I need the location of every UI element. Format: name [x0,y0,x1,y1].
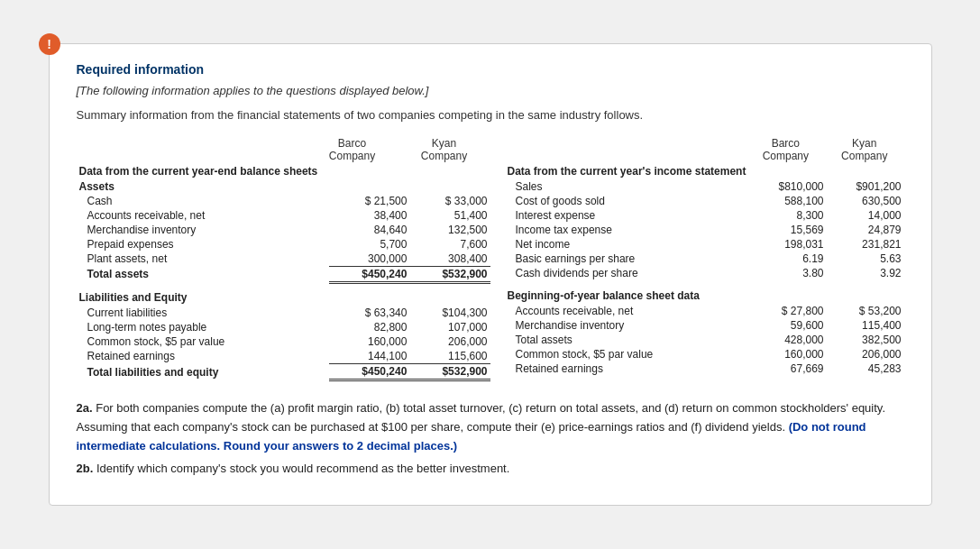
left-barco-company-header: BarcoCompany [307,136,398,163]
alert-icon: ! [39,33,60,55]
right-row-netincome-label: Net income [505,237,749,252]
right-row-begin-merch-kyan: 115,400 [827,318,904,333]
left-kyan-company-header: KyanCompany [398,136,490,163]
right-row-div-barco: 3.80 [749,266,827,280]
left-row-plant-label: Plant assets, net [77,252,330,267]
left-section1-title: Data from the current year-end balance s… [77,163,490,179]
main-card: ! Required information [The following in… [49,43,932,507]
right-row-cogs-kyan: 630,500 [827,194,904,208]
left-table-cell: BarcoCompany KyanCompany [77,136,490,382]
right-row-begin-commonstock-label: Common stock, $5 par value [505,347,749,361]
left-row-cash-barco: $ 21,500 [329,194,409,208]
question-2a: 2a. For both companies compute the (a) p… [77,399,904,455]
left-row-commonstock-kyan: 206,000 [409,334,490,349]
right-row-begin-retained-label: Retained earnings [505,361,749,376]
left-row-ar-barco: 38,400 [329,208,409,223]
right-row-begin-commonstock-kyan: 206,000 [827,347,904,361]
left-row-cash-label: Cash [77,194,330,208]
left-row-prepaid-label: Prepaid expenses [77,237,330,252]
left-row-prepaid-barco: 5,700 [329,237,409,252]
right-table-cell: BarcoCompany KyanCompany [490,136,904,382]
left-row-merch-label: Merchandise inventory [77,223,330,237]
left-row-total-assets-label: Total assets [77,266,330,282]
left-row-merch-barco: 84,640 [329,223,409,237]
assets-label: Assets [77,179,330,194]
right-kyan-company-header: KyanCompany [825,136,903,163]
q2a-label: 2a. [77,401,93,415]
left-row-curr-liab-barco: $ 63,340 [329,306,409,320]
q2a-text: For both companies compute the (a) profi… [77,401,886,434]
right-row-begin-assets-kyan: 382,500 [827,333,904,347]
left-section2-title: Liabilities and Equity [77,289,490,306]
right-row-begin-ar-barco: $ 27,800 [749,304,827,318]
right-row-sales-label: Sales [505,179,749,194]
left-row-commonstock-barco: 160,000 [329,334,409,349]
right-row-sales-barco: $810,000 [749,179,827,194]
left-row-ar-label: Accounts receivable, net [77,208,330,223]
left-row-total-le-barco: $450,240 [329,364,409,380]
right-row-begin-assets-barco: 428,000 [749,333,827,347]
right-row-begin-retained-barco: 67,669 [749,361,827,376]
left-row-commonstock-label: Common stock, $5 par value [77,334,330,349]
right-row-interest-kyan: 14,000 [827,208,904,223]
right-row-taxexp-label: Income tax expense [505,223,749,237]
questions-section: 2a. For both companies compute the (a) p… [77,399,904,478]
right-row-cogs-label: Cost of goods sold [505,194,749,208]
left-row-merch-kyan: 132,500 [409,223,490,237]
right-row-begin-merch-barco: 59,600 [749,318,827,333]
right-row-sales-kyan: $901,200 [827,179,904,194]
right-row-begin-ar-label: Accounts receivable, net [505,304,749,318]
q2b-text: Identify which company's stock you would… [93,462,509,475]
right-barco-company-header: BarcoCompany [746,136,825,163]
left-row-cash-kyan: $ 33,000 [409,194,490,208]
right-row-begin-retained-kyan: 45,283 [827,361,904,376]
right-row-interest-label: Interest expense [505,208,749,223]
left-row-curr-liab-kyan: $104,300 [409,306,490,320]
right-inner-table: BarcoCompany KyanCompany [505,136,904,376]
right-row-eps-kyan: 5.63 [827,252,904,266]
question-2b: 2b. Identify which company's stock you w… [77,460,904,479]
left-row-total-le-label: Total liabilities and equity [77,364,330,380]
left-row-retained-barco: 144,100 [329,349,409,364]
left-row-curr-liab-label: Current liabilities [77,306,330,320]
right-row-div-label: Cash dividends per share [505,266,749,280]
right-row-begin-merch-label: Merchandise inventory [505,318,749,333]
right-row-eps-label: Basic earnings per share [505,252,749,266]
right-row-div-kyan: 3.92 [827,266,904,280]
left-row-ltnotes-barco: 82,800 [329,320,409,334]
right-row-taxexp-barco: 15,569 [749,223,827,237]
right-row-taxexp-kyan: 24,879 [827,223,904,237]
right-row-interest-barco: 8,300 [749,208,827,223]
left-row-ltnotes-kyan: 107,000 [409,320,490,334]
left-row-ar-kyan: 51,400 [409,208,490,223]
left-row-total-assets-barco: $450,240 [329,266,409,282]
right-row-begin-ar-kyan: $ 53,200 [827,304,904,318]
italic-note: [The following information applies to th… [77,84,904,97]
q2b-label: 2b. [77,462,94,475]
right-section1-title: Data from the current year's income stat… [505,163,904,179]
left-row-retained-kyan: 115,600 [409,349,490,364]
left-inner-table: BarcoCompany KyanCompany [77,136,490,382]
left-row-retained-label: Retained earnings [77,349,330,364]
summary-text: Summary information from the financial s… [77,108,904,122]
left-row-total-assets-kyan: $532,900 [409,266,490,282]
required-title: Required information [77,62,904,77]
left-row-plant-kyan: 308,400 [409,252,490,267]
financial-data-table: BarcoCompany KyanCompany [77,136,904,382]
right-row-begin-assets-label: Total assets [505,333,749,347]
right-row-eps-barco: 6.19 [749,252,827,266]
right-row-begin-commonstock-barco: 160,000 [749,347,827,361]
left-row-total-le-kyan: $532,900 [409,364,490,380]
right-section2-title: Beginning-of-year balance sheet data [505,288,904,304]
left-row-plant-barco: 300,000 [329,252,409,267]
right-row-netincome-barco: 198,031 [749,237,827,252]
left-row-ltnotes-label: Long-term notes payable [77,320,330,334]
right-row-cogs-barco: 588,100 [749,194,827,208]
left-row-prepaid-kyan: 7,600 [409,237,490,252]
right-row-netincome-kyan: 231,821 [827,237,904,252]
